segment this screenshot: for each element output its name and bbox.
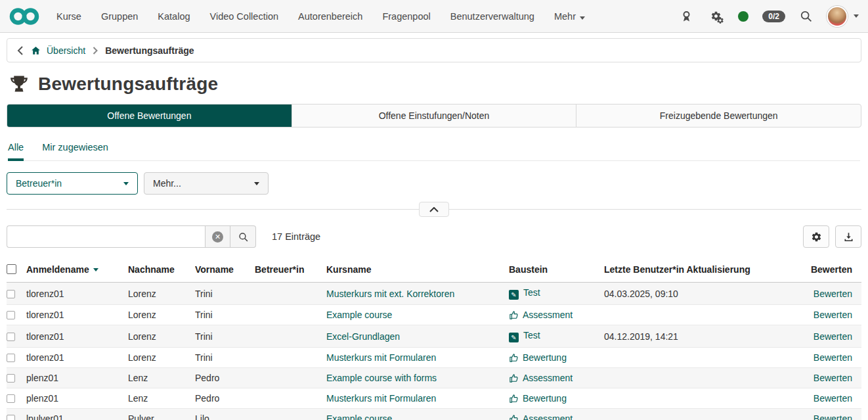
course-link[interactable]: Example course (326, 413, 392, 420)
cell-letzte-aktualisierung (604, 388, 793, 409)
header-bewerten[interactable]: Bewerten (793, 259, 861, 283)
search-input-group: ✕ (7, 225, 256, 248)
table-row: tlorenz01LorenzTriniMusterkurs mit ext. … (7, 283, 861, 305)
nav-item-katalog[interactable]: Katalog (158, 11, 190, 22)
clear-search-button[interactable]: ✕ (205, 225, 230, 248)
cell-betreuer (255, 388, 326, 409)
table-search-input[interactable] (7, 225, 205, 248)
baustein-link[interactable]: ✎Test (509, 287, 540, 298)
bewerten-link[interactable]: Bewerten (814, 373, 852, 383)
table-body: tlorenz01LorenzTriniMusterkurs mit ext. … (7, 283, 861, 420)
subtab-alle[interactable]: Alle (8, 142, 24, 161)
search-button[interactable] (799, 9, 813, 23)
nav-item-gruppen[interactable]: Gruppen (101, 11, 138, 22)
subtab-mir-zugewiesen[interactable]: Mir zugewiesen (42, 142, 108, 160)
course-link[interactable]: Musterkurs mit Formularen (326, 352, 436, 363)
header-nachname[interactable]: Nachname (128, 259, 195, 283)
course-link[interactable]: Musterkurs mit ext. Korrektoren (326, 289, 454, 299)
header-anmeldename[interactable]: Anmeldename (26, 259, 128, 283)
table-toolbar: ✕ 17 Einträge (7, 225, 861, 248)
breadcrumb-separator-icon (93, 47, 98, 55)
export-download-button[interactable] (835, 225, 861, 248)
more-filters-dropdown[interactable]: Mehr... (144, 172, 269, 195)
cell-vorname: Lilo (195, 409, 255, 420)
cell-anmeldename: tlorenz01 (26, 305, 128, 325)
tab-freizugebende-bewertungen[interactable]: Freizugebende Bewertungen (576, 105, 861, 127)
header-betreuer[interactable]: Betreuer*in (255, 259, 326, 283)
tab-offene-bewertungen[interactable]: Offene Bewertungen (7, 105, 292, 127)
bewerten-link[interactable]: Bewerten (814, 413, 852, 420)
row-checkbox[interactable] (7, 333, 15, 341)
cell-vorname: Trini (195, 325, 255, 348)
header-baustein[interactable]: Baustein (509, 259, 604, 283)
baustein-link[interactable]: Assessment (509, 373, 573, 383)
submit-search-button[interactable] (230, 225, 256, 248)
baustein-link[interactable]: Assessment (509, 310, 573, 320)
header-vorname[interactable]: Vorname (195, 259, 255, 283)
test-icon: ✎ (509, 290, 519, 300)
row-checkbox[interactable] (7, 394, 15, 403)
baustein-link[interactable]: ✎Test (509, 330, 540, 340)
sort-desc-icon (93, 268, 98, 271)
header-kursname[interactable]: Kursname (326, 259, 509, 283)
row-checkbox[interactable] (7, 311, 15, 319)
nav-item-autorenbereich[interactable]: Autorenbereich (298, 11, 362, 22)
breadcrumb-home-label: Übersicht (47, 45, 85, 56)
cell-nachname: Lorenz (128, 305, 195, 325)
nav-item-fragenpool[interactable]: Fragenpool (382, 11, 430, 22)
baustein-link[interactable]: Bewertung (509, 352, 567, 363)
bewerten-link[interactable]: Bewerten (814, 310, 852, 320)
back-button[interactable] (17, 46, 23, 55)
cell-vorname: Pedro (195, 388, 255, 409)
bewerten-link[interactable]: Bewerten (814, 352, 852, 363)
chevron-down-icon (854, 14, 859, 18)
cell-nachname: Lenz (128, 368, 195, 388)
infinity-logo-icon (9, 7, 39, 26)
bewerten-link[interactable]: Bewerten (814, 289, 852, 299)
thumbs-up-icon (509, 414, 519, 420)
header-letzte-aktualisierung[interactable]: Letzte Benutzer*in Aktualisierung (604, 259, 793, 283)
row-checkbox[interactable] (7, 290, 15, 298)
baustein-link[interactable]: Assessment (509, 413, 573, 420)
row-checkbox[interactable] (7, 374, 15, 383)
cell-letzte-aktualisierung (604, 368, 793, 388)
trophy-icon (9, 74, 30, 95)
cell-vorname: Trini (195, 348, 255, 368)
row-checkbox[interactable] (7, 415, 15, 420)
course-link[interactable]: Example course with forms (326, 373, 437, 383)
tab-offene-einstufungen[interactable]: Offene Einstufungen/Noten (292, 105, 576, 127)
badges-button[interactable] (680, 9, 693, 24)
administration-button[interactable] (707, 9, 724, 24)
filters-divider (7, 209, 861, 217)
main-tabs: Offene Bewertungen Offene Einstufungen/N… (7, 104, 861, 128)
user-menu[interactable] (827, 6, 859, 27)
thumbs-up-icon (509, 353, 519, 363)
tasks-badge[interactable]: 0/2 (762, 11, 785, 22)
table-row: tlorenz01LorenzTriniMusterkurs mit Formu… (7, 348, 861, 368)
baustein-label: Assessment (523, 373, 573, 383)
select-all-checkbox[interactable] (7, 264, 16, 274)
cell-vorname: Trini (195, 305, 255, 325)
course-link[interactable]: Example course (326, 310, 392, 320)
baustein-label: Bewertung (523, 352, 567, 363)
cell-letzte-aktualisierung (604, 305, 793, 325)
course-link[interactable]: Musterkurs mit Formularen (326, 393, 436, 404)
bewerten-link[interactable]: Bewerten (814, 393, 852, 404)
betreuer-filter-dropdown[interactable]: Betreuer*in (7, 172, 138, 195)
online-status-dot[interactable] (738, 11, 749, 22)
bewerten-link[interactable]: Bewerten (814, 331, 852, 342)
nav-item-video-collection[interactable]: Video Collection (210, 11, 279, 22)
row-checkbox[interactable] (7, 354, 15, 362)
cell-letzte-aktualisierung: 04.12.2019, 14:21 (604, 325, 793, 348)
table-settings-button[interactable] (803, 225, 829, 248)
nav-item-mehr[interactable]: Mehr (554, 11, 585, 22)
more-filters-label: Mehr... (153, 178, 181, 189)
breadcrumb-home-link[interactable]: Übersicht (30, 45, 85, 56)
baustein-link[interactable]: Bewertung (509, 393, 567, 404)
nav-item-benutzerverwaltung[interactable]: Benutzerverwaltung (450, 11, 534, 22)
nav-item-kurse[interactable]: Kurse (56, 11, 81, 22)
collapse-filters-button[interactable] (419, 202, 449, 217)
top-navbar: Kurse Gruppen Katalog Video Collection A… (0, 0, 868, 33)
course-link[interactable]: Excel-Grundlagen (326, 331, 400, 342)
openolat-logo[interactable] (9, 7, 39, 26)
